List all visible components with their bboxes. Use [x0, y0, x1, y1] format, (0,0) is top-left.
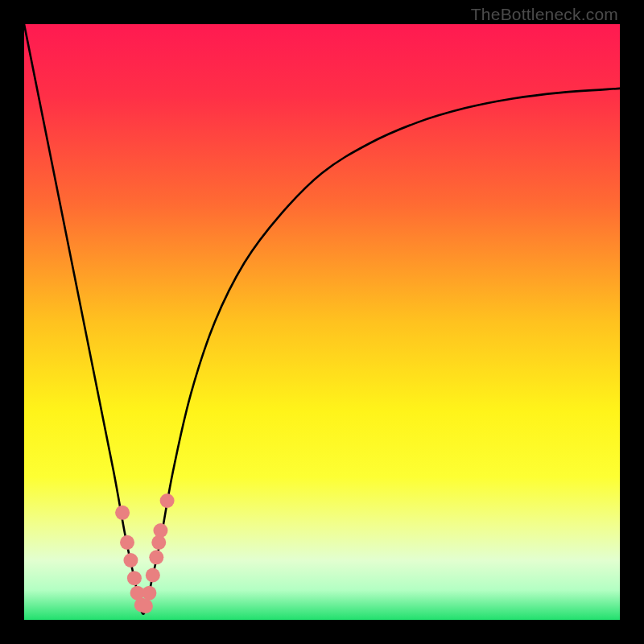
watermark-text: TheBottleneck.com: [471, 5, 618, 24]
data-marker: [160, 493, 175, 508]
data-marker: [127, 571, 142, 585]
data-marker: [138, 599, 153, 613]
data-marker: [120, 535, 134, 550]
data-marker: [146, 568, 160, 583]
data-marker: [115, 506, 130, 520]
data-marker: [142, 586, 156, 601]
data-marker: [153, 523, 167, 538]
data-marker: [123, 553, 138, 568]
chart-frame: TheBottleneck.com: [0, 0, 644, 644]
bottleneck-curve: [24, 24, 620, 614]
data-marker: [149, 550, 163, 564]
chart-svg: [24, 24, 620, 620]
plot-area: [24, 24, 620, 620]
